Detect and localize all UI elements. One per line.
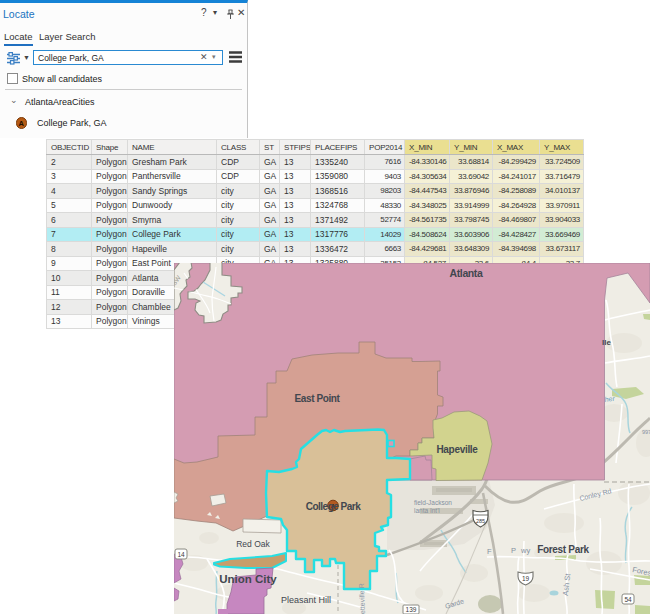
svg-text:lanta Int'l: lanta Int'l [414,507,440,514]
svg-text:F: F [487,547,492,556]
svg-text:her: her [604,395,616,403]
svg-text:19: 19 [522,575,530,582]
svg-text:Atlanta: Atlanta [450,267,483,279]
svg-text:field-Jackson: field-Jackson [414,499,452,506]
svg-text:Forest Park: Forest Park [537,544,589,555]
svg-text:etteville R: etteville R [358,583,366,614]
svg-text:Hapeville: Hapeville [436,444,478,455]
svg-text:College Park: College Park [306,501,362,512]
svg-text:997: 997 [642,429,650,435]
svg-text:lle: lle [602,338,611,347]
svg-text:Pleasant Hill: Pleasant Hill [281,595,331,605]
svg-text:139: 139 [406,606,417,613]
svg-text:P: P [511,546,516,555]
svg-text:Red Oak: Red Oak [236,539,270,549]
svg-text:14: 14 [177,551,185,558]
svg-text:285: 285 [476,518,485,524]
svg-text:Union City: Union City [219,573,277,585]
svg-text:East Point: East Point [295,393,341,404]
svg-text:54: 54 [624,596,632,603]
svg-text:wy: wy [520,546,530,555]
